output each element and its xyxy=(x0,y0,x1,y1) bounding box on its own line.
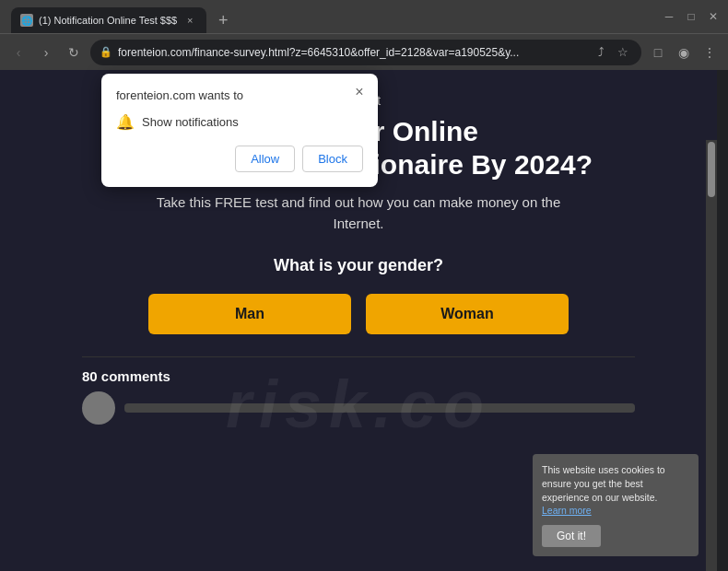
watermark: risk.co xyxy=(226,367,491,442)
tab-bar: 🌐 (1) Notification Online Test $$$ × + xyxy=(7,0,662,33)
woman-button[interactable]: Woman xyxy=(366,294,569,334)
bell-icon: 🔔 xyxy=(116,113,135,131)
comment-avatar xyxy=(82,391,115,425)
notification-permission-label: Show notifications xyxy=(142,115,239,129)
gender-buttons: Man Woman xyxy=(148,294,569,334)
minimize-button[interactable]: ─ xyxy=(662,9,676,24)
cookie-learn-more-link[interactable]: Learn more xyxy=(542,505,592,516)
scrollbar-thumb[interactable] xyxy=(708,142,715,197)
url-bar[interactable]: 🔒 forenteion.com/finance-survey.html?z=6… xyxy=(90,40,641,65)
back-button[interactable]: ‹ xyxy=(7,41,29,64)
tab-favicon: 🌐 xyxy=(20,14,33,27)
extensions-button[interactable]: □ xyxy=(647,41,669,64)
menu-button[interactable]: ⋮ xyxy=(699,41,721,64)
share-icon[interactable]: ⤴ xyxy=(592,43,610,62)
reload-button[interactable]: ↻ xyxy=(63,41,85,64)
url-text: forenteion.com/finance-survey.html?z=664… xyxy=(118,46,586,59)
window-controls: ─ □ ✕ xyxy=(662,9,721,24)
restore-button[interactable]: □ xyxy=(684,9,699,24)
forward-button[interactable]: › xyxy=(35,41,57,64)
security-lock-icon: 🔒 xyxy=(100,46,112,58)
notification-popup: × forenteion.com wants to 🔔 Show notific… xyxy=(101,74,378,187)
block-button[interactable]: Block xyxy=(302,146,363,172)
site-description: Take this FREE test and find out how you… xyxy=(156,192,561,234)
notification-permission-row: 🔔 Show notifications xyxy=(116,113,363,131)
toolbar-right: □ ◉ ⋮ xyxy=(647,41,721,64)
url-actions: ⤴ ☆ xyxy=(592,43,632,62)
tab-title: (1) Notification Online Test $$$ xyxy=(39,15,177,26)
bookmark-icon[interactable]: ☆ xyxy=(614,43,632,62)
notification-title: forenteion.com wants to xyxy=(116,88,363,102)
allow-button[interactable]: Allow xyxy=(235,146,295,172)
tab-close-button[interactable]: × xyxy=(182,13,197,28)
new-tab-button[interactable]: + xyxy=(210,7,236,33)
browser-title-bar: 🌐 (1) Notification Online Test $$$ × + ─… xyxy=(0,0,728,70)
notification-action-buttons: Allow Block xyxy=(116,146,363,172)
scrollbar[interactable] xyxy=(706,140,717,571)
active-tab[interactable]: 🌐 (1) Notification Online Test $$$ × xyxy=(11,7,206,33)
cookie-banner: This website uses cookies to ensure you … xyxy=(533,454,699,556)
man-button[interactable]: Man xyxy=(148,294,351,334)
cookie-got-it-button[interactable]: Got it! xyxy=(542,525,601,547)
profile-button[interactable]: ◉ xyxy=(673,41,695,64)
close-window-button[interactable]: ✕ xyxy=(706,9,721,24)
notification-close-button[interactable]: × xyxy=(350,83,369,101)
address-bar: ‹ › ↻ 🔒 forenteion.com/finance-survey.ht… xyxy=(0,33,728,70)
cookie-text: This website uses cookies to ensure you … xyxy=(542,463,689,518)
gender-question: What is your gender? xyxy=(274,256,443,275)
